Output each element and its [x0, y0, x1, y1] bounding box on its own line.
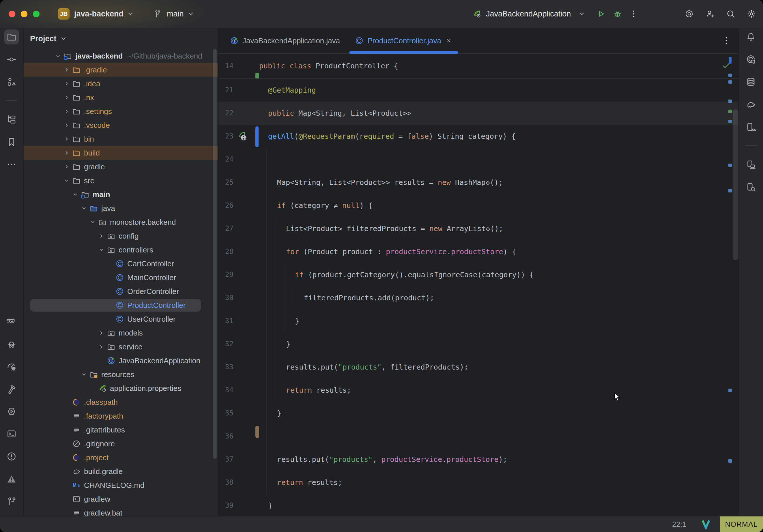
code-line-30[interactable]: 30filteredProducts.add(product);	[218, 286, 739, 309]
tool-button-incognito[interactable]	[4, 336, 19, 351]
code-line-29[interactable]: 29if (product.getCategory().equalsIgnore…	[218, 263, 739, 286]
tool-button-services-list[interactable]	[4, 112, 19, 127]
tree-item-gradle[interactable]: gradle	[24, 160, 218, 174]
code-line-14[interactable]: 14public class ProductController {	[218, 54, 398, 77]
add-user-icon[interactable]	[705, 9, 714, 19]
tree-item-build.gradle[interactable]: build.gradle	[24, 465, 218, 479]
code-line-36[interactable]: 36	[218, 425, 739, 448]
close-window-button[interactable]	[9, 11, 15, 17]
tool-button-warnings[interactable]	[4, 472, 19, 486]
tool-button-commit[interactable]	[4, 52, 19, 67]
code-line-27[interactable]: 27List<Product> filteredProducts = new A…	[218, 217, 739, 240]
editor-tab-ProductController.java[interactable]: ProductController.java	[348, 28, 460, 53]
tree-item-monostore.backend[interactable]: monostore.backend	[24, 215, 218, 229]
tree-item-.classpath[interactable]: .classpath	[24, 395, 218, 409]
tool-button-project[interactable]	[4, 30, 19, 45]
more-actions-button[interactable]	[629, 9, 638, 19]
tree-item-main[interactable]: main	[24, 187, 218, 201]
code-line-21[interactable]: 21@GetMapping	[218, 78, 739, 102]
search-icon[interactable]	[726, 9, 735, 19]
tree-item-UserController[interactable]: UserController	[24, 312, 218, 326]
code-line-22[interactable]: 22public Map<String, List<Product>>	[218, 102, 739, 125]
tree-item-src[interactable]: src	[24, 174, 218, 187]
tree-item-build[interactable]: build	[24, 146, 218, 160]
tool-button-profiler[interactable]	[4, 359, 19, 374]
code-line-34[interactable]: 34return results;	[218, 378, 739, 402]
tree-item-models[interactable]: models	[24, 326, 218, 340]
sticky-line[interactable]: 14public class ProductController {	[218, 53, 739, 78]
project-panel-header[interactable]: Project	[24, 28, 218, 49]
tree-item-application.properties[interactable]: application.properties	[24, 381, 218, 395]
tree-item-.vscode[interactable]: .vscode	[24, 118, 218, 132]
vim-mode-badge[interactable]: NORMAL	[720, 516, 763, 532]
tool-button-more-tool-windows[interactable]	[4, 157, 19, 172]
tool-button-notifications[interactable]	[743, 30, 758, 45]
code-line-28[interactable]: 28for (Product product : productService.…	[218, 240, 739, 263]
tool-button-version-control[interactable]	[4, 494, 19, 509]
branch-widget[interactable]: main	[153, 9, 195, 19]
tool-button-database[interactable]	[743, 74, 758, 89]
tree-item-.idea[interactable]: .idea	[24, 77, 218, 91]
tree-item-CHANGELOG.md[interactable]: MCHANGELOG.md	[24, 479, 218, 492]
tool-button-terminal[interactable]	[4, 426, 19, 441]
ai-assistant-icon[interactable]	[685, 9, 694, 19]
tool-button-problems[interactable]	[4, 449, 19, 464]
code-line-25[interactable]: 25Map<String, List<Product>> results = n…	[218, 171, 739, 194]
code-line-37[interactable]: 37results.put("products", productService…	[218, 448, 739, 471]
caret-position[interactable]: 22:1	[672, 520, 686, 529]
gear-icon[interactable]	[747, 9, 756, 19]
tree-item-controllers[interactable]: controllers	[24, 243, 218, 257]
tree-item-service[interactable]: service	[24, 340, 218, 354]
project-name[interactable]: java-backend	[74, 10, 124, 19]
tree-item-.gitattributes[interactable]: .gitattributes	[24, 423, 218, 437]
tree-item-bin[interactable]: bin	[24, 132, 218, 146]
tree-item-.gradle[interactable]: .gradle	[24, 63, 218, 77]
code-line-39[interactable]: 39}	[218, 494, 739, 516]
code-line-35[interactable]: 35}	[218, 402, 739, 425]
tree-item-gradlew[interactable]: gradlew	[24, 492, 218, 506]
tool-button-device-android[interactable]	[743, 119, 758, 135]
tree-item-ProductController[interactable]: ProductController	[24, 298, 218, 312]
run-config-name[interactable]: JavaBackendApplication	[486, 10, 571, 19]
minimize-window-button[interactable]	[21, 11, 27, 17]
run-button[interactable]	[596, 9, 605, 19]
chevron-down-icon[interactable]	[126, 9, 135, 19]
tree-item-config[interactable]: config	[24, 229, 218, 243]
tree-item-.factorypath[interactable]: .factorypath	[24, 409, 218, 423]
tool-button-running-devices[interactable]	[743, 157, 758, 172]
tab-options-icon[interactable]	[721, 36, 731, 46]
code-line-32[interactable]: 32}	[218, 332, 739, 356]
tree-item-CartController[interactable]: CartController	[24, 257, 218, 270]
tool-button-gradle[interactable]	[743, 97, 758, 112]
tool-button-device-explorer[interactable]	[743, 179, 758, 194]
tool-button-ai-cat[interactable]	[4, 314, 19, 329]
tool-button-build[interactable]	[4, 381, 19, 396]
debug-button[interactable]	[613, 9, 622, 19]
code-line-38[interactable]: 38return results;	[218, 471, 739, 494]
tool-button-services[interactable]	[4, 404, 19, 419]
code-line-23[interactable]: 23getAll(@RequestParam(required = false)…	[218, 125, 739, 148]
tree-item-.gitignore[interactable]: .gitignore	[24, 437, 218, 451]
project-tree-scrollbar[interactable]	[213, 49, 217, 459]
tool-button-structure[interactable]	[4, 74, 19, 89]
tree-item-JavaBackendApplication[interactable]: JavaBackendApplication	[24, 354, 218, 368]
chevron-down-icon[interactable]	[577, 9, 587, 19]
tree-item-gradlew.bat[interactable]: gradlew.bat	[24, 506, 218, 516]
tree-item-OrderController[interactable]: OrderController	[24, 284, 218, 298]
tree-item-MainController[interactable]: MainController	[24, 270, 218, 284]
spring-mapping-icon[interactable]	[237, 131, 248, 142]
tree-item-java-backend[interactable]: java-backend~/Github/java-backend	[24, 49, 218, 63]
code-line-33[interactable]: 33results.put("products", filteredProduc…	[218, 356, 739, 378]
code-line-26[interactable]: 26if (category ≠ null) {	[218, 194, 739, 217]
tool-button-ai-chat[interactable]	[743, 52, 758, 67]
tool-button-bookmarks[interactable]	[4, 135, 19, 150]
tree-item-.settings[interactable]: .settings	[24, 104, 218, 118]
ideavim-icon[interactable]	[701, 519, 711, 529]
code-line-24[interactable]: 24	[218, 148, 739, 171]
tree-item-.nx[interactable]: .nx	[24, 91, 218, 104]
close-icon[interactable]	[445, 37, 453, 45]
editor-scrollbar[interactable]	[733, 109, 738, 260]
tree-item-java[interactable]: java	[24, 201, 218, 215]
code-line-31[interactable]: 31}	[218, 309, 739, 332]
editor-tab-JavaBackendApplication.java[interactable]: JavaBackendApplication.java	[223, 28, 348, 53]
